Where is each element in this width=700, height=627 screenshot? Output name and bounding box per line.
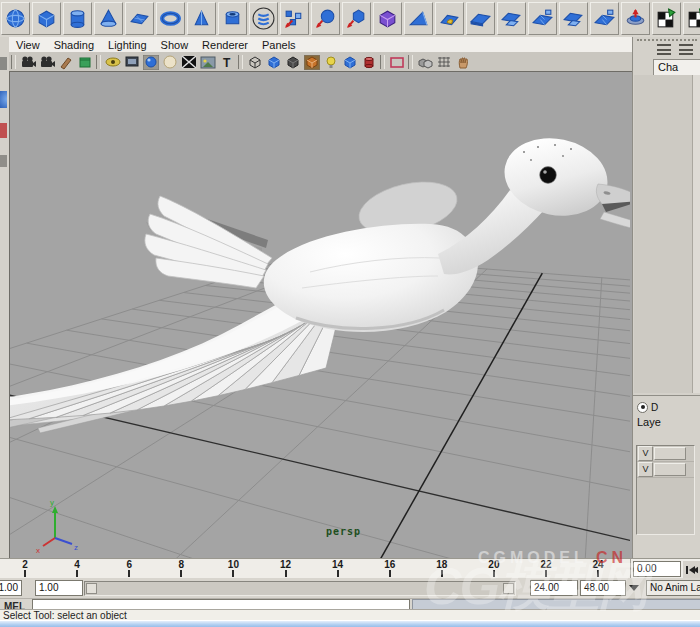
camera-select-icon[interactable] bbox=[19, 54, 36, 70]
range-slider[interactable] bbox=[84, 581, 516, 596]
menu-renderer[interactable]: Renderer bbox=[195, 39, 255, 51]
shelf-button-poly-platform[interactable] bbox=[621, 2, 650, 35]
playback-start-field[interactable]: 1.00 bbox=[35, 580, 83, 596]
toolbox-icon-fragment[interactable] bbox=[0, 155, 7, 167]
toolbar-separator bbox=[408, 55, 413, 69]
shelf-button-poly-helix[interactable] bbox=[249, 2, 278, 35]
wireframe-icon[interactable] bbox=[104, 54, 121, 70]
shelf-button-poly-scatter[interactable] bbox=[280, 2, 309, 35]
timeline-tick-mark bbox=[545, 570, 547, 577]
text-icon[interactable]: T bbox=[218, 54, 235, 70]
shelf-button-poly-slab-4[interactable] bbox=[559, 2, 588, 35]
shelf-button-poly-textured-cube[interactable] bbox=[373, 2, 402, 35]
panel-toolbar: T bbox=[9, 52, 632, 73]
shaded-cube-icon[interactable] bbox=[265, 54, 282, 70]
shelf-button-flag-check-2[interactable] bbox=[683, 2, 700, 35]
timeline-tick-mark bbox=[180, 570, 182, 577]
grid-display-icon[interactable] bbox=[435, 54, 452, 70]
timeline-tick-mark bbox=[337, 570, 339, 577]
timeline-tick-label: 2 bbox=[13, 559, 37, 570]
shelf-button-poly-arch[interactable] bbox=[435, 2, 464, 35]
toolbox-icon-fragment[interactable] bbox=[0, 123, 7, 138]
range-handle-left[interactable] bbox=[86, 583, 97, 594]
layer-row[interactable]: V bbox=[637, 462, 694, 478]
layer-editor-toggle-icon[interactable] bbox=[679, 44, 693, 55]
timeline-tick-label: 18 bbox=[430, 559, 454, 570]
display-radio-row[interactable]: D bbox=[637, 401, 658, 413]
menu-lighting[interactable]: Lighting bbox=[101, 39, 154, 51]
toolbar-separator bbox=[238, 55, 243, 69]
shaded-display-icon[interactable] bbox=[123, 54, 140, 70]
wire-cube-icon[interactable] bbox=[246, 54, 263, 70]
menu-panels[interactable]: Panels bbox=[255, 39, 303, 51]
grease-pencil-icon[interactable] bbox=[57, 54, 74, 70]
timeline-tick-label: 16 bbox=[378, 559, 402, 570]
image-plane-icon[interactable] bbox=[199, 54, 216, 70]
toolbox-icon-fragment[interactable] bbox=[0, 57, 7, 70]
anim-layer-dropdown-button[interactable] bbox=[626, 581, 642, 594]
shelf-button-poly-op-cube[interactable] bbox=[342, 2, 371, 35]
view-axis-gizmo: y x z bbox=[36, 498, 78, 555]
layer-swatch[interactable] bbox=[654, 463, 686, 476]
menu-show[interactable]: Show bbox=[154, 39, 196, 51]
default-material-icon[interactable] bbox=[161, 54, 178, 70]
select-rect-icon[interactable] bbox=[388, 54, 405, 70]
layer-visibility-toggle[interactable]: V bbox=[638, 462, 653, 477]
shelf-button-poly-slab-5[interactable] bbox=[590, 2, 619, 35]
red-cylinder-icon[interactable] bbox=[360, 54, 377, 70]
playback-rewind-button[interactable] bbox=[682, 560, 700, 579]
channels-menu[interactable]: Cha bbox=[653, 59, 700, 76]
range-handle-right[interactable] bbox=[503, 583, 514, 594]
display-radio[interactable] bbox=[637, 402, 648, 413]
animation-start-field[interactable]: 1.00 bbox=[0, 580, 22, 596]
shelf-button-poly-op-sphere[interactable] bbox=[311, 2, 340, 35]
axis-z-label: z bbox=[74, 543, 78, 552]
playback-end-field[interactable]: 24.00 bbox=[530, 580, 578, 596]
timeline-tick-label: 22 bbox=[534, 559, 558, 570]
shelf-button-poly-cube[interactable] bbox=[32, 2, 61, 35]
shelf-button-poly-torus[interactable] bbox=[156, 2, 185, 35]
shelf-button-poly-plane[interactable] bbox=[125, 2, 154, 35]
menu-shading[interactable]: Shading bbox=[47, 39, 101, 51]
dark-cube-icon[interactable] bbox=[284, 54, 301, 70]
animation-end-field[interactable]: 48.00 bbox=[580, 580, 626, 596]
anim-layer-field[interactable]: No Anim Layer bbox=[646, 580, 700, 596]
channel-box-scrollbar[interactable] bbox=[692, 75, 700, 393]
timeline-ruler[interactable]: 24681012141618202224 bbox=[0, 559, 631, 579]
camera-attributes-icon[interactable] bbox=[38, 54, 55, 70]
layer-list: VV bbox=[636, 445, 695, 535]
shelf-button-poly-cylinder[interactable] bbox=[63, 2, 92, 35]
duck-model[interactable] bbox=[10, 129, 630, 433]
textured-display-icon[interactable] bbox=[142, 54, 159, 70]
layer-row[interactable]: V bbox=[637, 446, 694, 462]
textured-cube-icon[interactable] bbox=[303, 54, 320, 70]
shelf-button-flag-check-1[interactable] bbox=[652, 2, 681, 35]
layer-visibility-toggle[interactable]: V bbox=[638, 446, 653, 461]
panel-grip[interactable] bbox=[637, 39, 697, 41]
toolbox-icon-fragment[interactable] bbox=[0, 91, 7, 108]
shelf-button-poly-sphere[interactable] bbox=[1, 2, 30, 35]
shelf-button-poly-slab-2[interactable] bbox=[497, 2, 526, 35]
perspective-viewport[interactable]: y x z persp bbox=[9, 71, 633, 561]
channel-box-toggle-icon[interactable] bbox=[657, 44, 671, 55]
bookmark-icon[interactable] bbox=[76, 54, 93, 70]
shelf-button-poly-slab-3[interactable] bbox=[528, 2, 557, 35]
layers-menu[interactable]: Laye bbox=[637, 416, 661, 428]
shelf-button-poly-prism[interactable] bbox=[187, 2, 216, 35]
shelf-button-poly-slab-1[interactable] bbox=[466, 2, 495, 35]
time-slider[interactable]: 24681012141618202224 0.00 bbox=[0, 558, 700, 580]
menu-view[interactable]: View bbox=[9, 39, 47, 51]
multi-cube-icon[interactable] bbox=[416, 54, 433, 70]
layer-swatch[interactable] bbox=[654, 447, 686, 460]
light-icon[interactable] bbox=[322, 54, 339, 70]
current-time-field[interactable]: 0.00 bbox=[633, 561, 681, 577]
viewport-canvas[interactable]: y x z bbox=[10, 72, 630, 558]
duck-body[interactable] bbox=[264, 224, 478, 332]
shelf-button-poly-wedge[interactable] bbox=[404, 2, 433, 35]
toolbar-separator bbox=[11, 55, 16, 69]
shelf-button-poly-pipe[interactable] bbox=[218, 2, 247, 35]
manipulator-icon[interactable] bbox=[454, 54, 471, 70]
blue-cube-icon[interactable] bbox=[341, 54, 358, 70]
shelf-button-poly-cone[interactable] bbox=[94, 2, 123, 35]
checker-icon[interactable] bbox=[180, 54, 197, 70]
